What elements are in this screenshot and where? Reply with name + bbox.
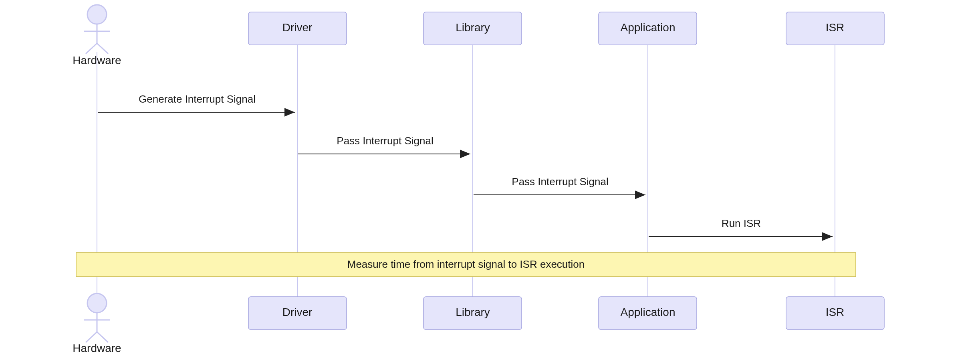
participant-driver-top: Driver xyxy=(248,12,347,45)
participant-isr-top: ISR xyxy=(786,12,884,45)
participant-application-label-top: Application xyxy=(621,21,676,34)
message-4-label: Run ISR xyxy=(722,217,761,229)
participant-driver-label-bottom: Driver xyxy=(282,306,313,318)
actor-leg-left-icon xyxy=(86,43,97,54)
actor-leg-right-icon xyxy=(97,43,108,54)
actor-hardware-top: Hardware xyxy=(73,5,121,67)
message-1: Generate Interrupt Signal xyxy=(98,93,295,112)
actor-leg-right-bottom-icon xyxy=(97,332,108,342)
participant-application-bottom: Application xyxy=(599,297,697,330)
sequence-diagram: Hardware Driver Library Application ISR … xyxy=(0,0,980,352)
message-4: Run ISR xyxy=(649,217,833,237)
note-measure-time: Measure time from interrupt signal to IS… xyxy=(76,253,856,277)
participant-driver-label-top: Driver xyxy=(282,21,313,34)
actor-hardware-bottom: Hardware xyxy=(73,293,121,352)
actor-label-bottom: Hardware xyxy=(73,342,121,352)
actor-head-bottom-icon xyxy=(87,293,107,313)
participant-library-label-bottom: Library xyxy=(456,306,490,318)
message-3: Pass Interrupt Signal xyxy=(474,176,645,195)
actor-leg-left-bottom-icon xyxy=(86,332,97,342)
message-3-label: Pass Interrupt Signal xyxy=(512,176,608,188)
actor-head-icon xyxy=(87,5,107,24)
participant-isr-label-bottom: ISR xyxy=(826,306,845,318)
participant-isr-label-top: ISR xyxy=(826,21,845,34)
message-1-label: Generate Interrupt Signal xyxy=(139,93,256,105)
note-label: Measure time from interrupt signal to IS… xyxy=(347,258,585,270)
participant-isr-bottom: ISR xyxy=(786,297,884,330)
participant-library-top: Library xyxy=(423,12,522,45)
participant-application-top: Application xyxy=(599,12,697,45)
participant-library-label-top: Library xyxy=(456,21,490,34)
actor-label-top: Hardware xyxy=(73,54,121,67)
message-2: Pass Interrupt Signal xyxy=(298,135,470,154)
participant-driver-bottom: Driver xyxy=(248,297,347,330)
message-2-label: Pass Interrupt Signal xyxy=(337,135,433,147)
participant-library-bottom: Library xyxy=(423,297,522,330)
participant-application-label-bottom: Application xyxy=(621,306,676,318)
